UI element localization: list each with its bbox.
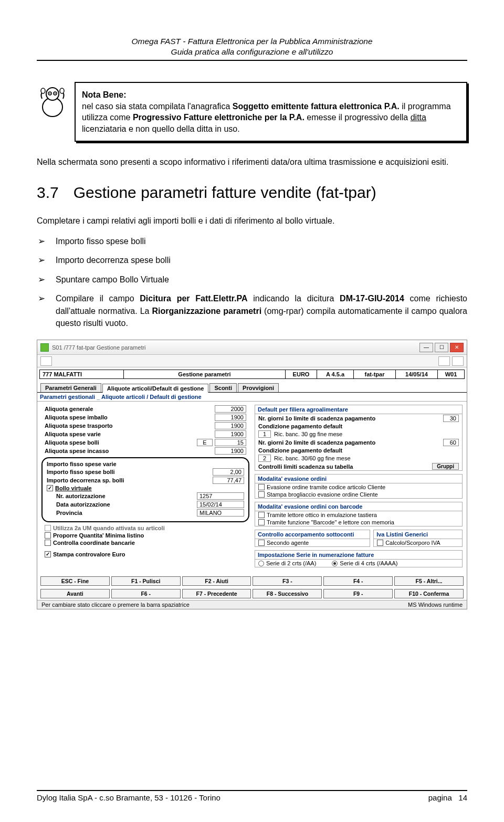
f7-button[interactable]: F7 - Precedente — [182, 589, 251, 598]
f9-button[interactable]: F9 - — [323, 589, 393, 598]
dta-value[interactable]: 15/02/14 — [197, 501, 244, 508]
al-tra-value[interactable]: 1900 — [215, 422, 246, 429]
module-field: fat-tpar — [354, 370, 396, 378]
bv-label: Bollo virtuale — [55, 485, 244, 491]
tab-aliquote[interactable]: Aliquote articoli/Default di gestione — [102, 384, 209, 393]
bullet-1: Importo fisso spese bolli — [56, 235, 467, 248]
meo1-label: Evasione ordine tramite codice articolo … — [267, 484, 459, 490]
meob1-label: Tramite lettore ottico in emulazione tas… — [267, 512, 459, 518]
meob1-checkbox[interactable] — [258, 512, 265, 518]
isn2-label: Serie di 4 crts (/AAAA) — [340, 560, 397, 566]
f1-button[interactable]: F1 - Pulisci — [111, 576, 181, 586]
window-title: S01 /777 fat-tpar Gestione parametri — [52, 344, 419, 351]
toolbar-button[interactable] — [452, 356, 464, 366]
idsb-value[interactable]: 77,47 — [213, 477, 244, 484]
meob2-checkbox[interactable] — [258, 519, 265, 525]
doc-header-line-2: Guida pratica alla configurazione e all'… — [171, 47, 333, 56]
al-bol-label: Aliquota spese bolli — [45, 439, 197, 446]
f4-button[interactable]: F4 - — [323, 576, 393, 586]
b4b: indicando la dicitura — [248, 294, 340, 303]
gruppi-button[interactable]: Gruppi — [432, 463, 459, 470]
module-title: Gestione parametri — [124, 370, 286, 378]
ditta-field: 777 MALFATTI — [40, 370, 124, 378]
prov-value[interactable]: MILANO — [197, 509, 244, 517]
f5-button[interactable]: F5 - Altri... — [394, 576, 464, 586]
toolbar-button[interactable] — [438, 356, 450, 366]
nota-bene-box: Nota Bene: nel caso sia stata compilata … — [75, 82, 467, 142]
isn1-radio[interactable] — [258, 561, 264, 566]
al-tra-label: Aliquota spese trasporto — [45, 423, 215, 429]
isn2-radio[interactable] — [332, 561, 338, 566]
b4a: Compilare il campo — [56, 294, 140, 303]
footer-page-label: pagina — [428, 793, 452, 802]
close-button[interactable]: ✕ — [450, 343, 464, 352]
clst-label: Controlli limiti scadenza su tabella — [258, 463, 429, 470]
bollo-virtuale-checkbox[interactable]: ✓ — [47, 485, 53, 491]
nb-bold-a: Soggetto emittente fattura elettronica P… — [233, 102, 400, 111]
cap1-checkbox[interactable] — [258, 540, 265, 546]
pq-checkbox[interactable] — [45, 532, 51, 539]
tab-sconti[interactable]: Sconti — [209, 383, 237, 392]
cut-line: Utilizza 2a UM quando attivata su artico… — [53, 525, 246, 531]
al-gen-value[interactable]: 2000 — [215, 405, 246, 413]
nb-text-c: emesse il progressivo della — [304, 113, 411, 122]
f3-button[interactable]: F3 - — [253, 576, 322, 586]
ng1-value[interactable]: 30 — [443, 415, 459, 422]
app-icon — [40, 343, 49, 352]
b4-bold3: Riorganizzazione parametri — [152, 307, 261, 315]
cp2-code[interactable]: 2 — [258, 455, 271, 462]
ng2-label: Nr. giorni 2o limite di scadenza pagamen… — [258, 439, 443, 446]
al-inc-value[interactable]: 1900 — [215, 447, 246, 455]
ifsb-value[interactable]: 2,00 — [213, 468, 244, 476]
paragraph-2: Completare i campi relativi agli importi… — [37, 215, 467, 227]
tab-provvigioni[interactable]: Provvigioni — [238, 383, 279, 392]
f8-button[interactable]: F8 - Successivo — [253, 589, 322, 598]
meo1-checkbox[interactable] — [258, 484, 265, 490]
pq-label: Proporre Quantita' Minima listino — [53, 532, 246, 539]
al-inc-label: Aliquota spese incasso — [45, 448, 215, 454]
ccb-checkbox[interactable] — [45, 540, 51, 546]
f10-button[interactable]: F10 - Conferma — [394, 589, 464, 598]
date-field: 14/05/14 — [396, 370, 438, 378]
ifsv-label: Importo fisso spese varie — [47, 461, 244, 467]
sce-label: Stampa controvalore Euro — [53, 551, 246, 557]
footer-left: Dylog Italia SpA - c.so Bramante, 53 - 1… — [37, 793, 220, 802]
cartoon-character-icon — [37, 82, 68, 119]
nb-bold-b: Progressivo Fatture elettroniche per la … — [133, 113, 304, 122]
footer-page-number: 14 — [458, 793, 467, 802]
al-bol-value[interactable]: 15 — [215, 439, 246, 446]
al-imb-value[interactable]: 1900 — [215, 414, 246, 421]
cap1-label: Secondo agente — [267, 540, 366, 546]
ng2-value[interactable]: 60 — [443, 439, 459, 446]
esc-button[interactable]: ESC - Fine — [40, 576, 110, 586]
cp2-text: Ric. banc. 30/60 gg fine mese — [274, 455, 351, 461]
f6-button[interactable]: F6 - — [111, 589, 181, 598]
info-bar: 777 MALFATTI Gestione parametri EURO A 4… — [39, 370, 465, 379]
isn-legend: Impostazione Serie in numerazione fattur… — [255, 551, 462, 560]
arrow-icon: ➢ — [38, 273, 48, 287]
al-var-value[interactable]: 1900 — [215, 430, 246, 438]
bullet-4: Compilare il campo Dicitura per Fatt.Ele… — [56, 292, 467, 329]
ilg1-checkbox[interactable] — [377, 540, 383, 546]
nra-value[interactable]: 1257 — [197, 492, 244, 500]
dta-label: Data autorizzazione — [56, 501, 197, 508]
tab-parametri-generali[interactable]: Parametri Generali — [40, 383, 101, 392]
sce-checkbox[interactable]: ✓ — [45, 551, 51, 557]
isn1-label: Serie di 2 crts (/AA) — [266, 560, 316, 566]
avanti-button[interactable]: Avanti — [40, 589, 110, 598]
section-title: Gestione parametri fatture vendite (fat-… — [74, 184, 376, 202]
meo2-checkbox[interactable] — [258, 491, 265, 498]
f2-button[interactable]: F2 - Aiuti — [182, 576, 251, 586]
nb-text-d: licenziataria e non quello della ditta i… — [82, 124, 240, 133]
ifsb-label: Importo fisso spese bolli — [47, 469, 213, 475]
ng1-label: Nr. giorni 1o limite di scadenza pagamen… — [258, 415, 443, 421]
minimize-button[interactable]: — — [419, 343, 433, 352]
svg-point-6 — [41, 88, 45, 93]
um-checkbox[interactable] — [45, 525, 51, 531]
meo2-label: Stampa brogliaccio evasione ordine Clien… — [267, 491, 459, 498]
toolbar-button[interactable] — [40, 356, 52, 366]
cp1-code[interactable]: 1 — [258, 430, 271, 438]
maximize-button[interactable]: ☐ — [435, 343, 448, 352]
al-bol-e[interactable]: E — [197, 439, 213, 446]
fieldset-legend: Parametri gestionali _ Aliquote articoli… — [37, 393, 467, 402]
